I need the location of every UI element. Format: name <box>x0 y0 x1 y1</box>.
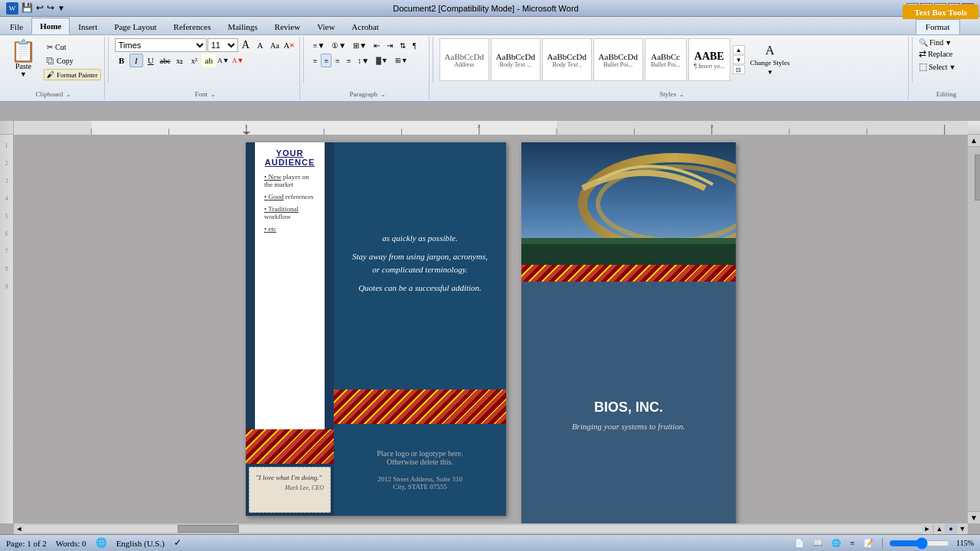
page2-company-area[interactable]: BIOS, INC. Bringing your systems to frui… <box>521 282 736 523</box>
page-right[interactable]: BIOS, INC. Bringing your systems to frui… <box>521 142 736 523</box>
text-color-dropdown[interactable]: A▼ <box>217 54 230 67</box>
subscript-button[interactable]: x₂ <box>173 54 187 67</box>
quick-access-dropdown[interactable]: ▼ <box>57 4 65 12</box>
quick-access-undo[interactable]: ↩ <box>36 2 44 14</box>
shrink-font-button[interactable]: A <box>253 38 267 52</box>
vertical-scrollbar[interactable]: ▲ ▼ <box>968 135 980 523</box>
multilevel-button[interactable]: ⊞▼ <box>350 38 370 52</box>
style-insert[interactable]: AABE ¶ Insert yo... <box>688 38 730 81</box>
styles-expand-icon[interactable]: ⌄ <box>679 91 684 98</box>
style-address[interactable]: AaBbCcDd Address <box>439 38 489 81</box>
page-left[interactable]: YOUR AUDIENCE • New player on the market… <box>246 142 506 516</box>
style-body-text2[interactable]: AaBbCcDd Body Text , <box>542 38 592 81</box>
select-button[interactable]: ⬚ Select ▼ <box>919 61 956 73</box>
hscroll-right-btn[interactable]: ► <box>922 523 933 534</box>
select-icon: ⬚ <box>919 61 927 73</box>
tab-mailings[interactable]: Mailings <box>219 18 266 34</box>
numbering-button[interactable]: ①▼ <box>328 38 349 52</box>
view-print-btn[interactable]: 📄 <box>792 538 807 548</box>
styles-scroll-down[interactable]: ▼ <box>733 55 745 64</box>
show-formatting-button[interactable]: ¶ <box>410 38 420 52</box>
col1-content[interactable]: YOUR AUDIENCE • New player on the market… <box>255 142 325 429</box>
tab-home[interactable]: Home <box>31 18 70 34</box>
style-bullet-point1[interactable]: AaBbCcDd Bullet Poi... <box>593 38 643 81</box>
scroll-down-btn[interactable]: ▼ <box>968 511 980 523</box>
select-dropdown[interactable]: ▼ <box>949 64 956 71</box>
borders-button[interactable]: ⊞▼ <box>392 54 411 67</box>
find-button[interactable]: 🔍 Find ▼ <box>919 38 956 47</box>
bullets-button[interactable]: ≡▼ <box>310 38 328 52</box>
zoom-slider[interactable] <box>889 539 950 548</box>
cut-button[interactable]: ✂ Cut <box>44 41 101 53</box>
font-expand-icon[interactable]: ⌄ <box>211 91 216 98</box>
change-styles-dropdown[interactable]: ▼ <box>767 69 773 76</box>
text-highlight-button[interactable]: ab <box>202 54 216 67</box>
justify-button[interactable]: ≡ <box>344 54 354 67</box>
decrease-indent-button[interactable]: ⇤ <box>371 38 383 52</box>
bold-button[interactable]: B <box>115 54 129 67</box>
grow-font-button[interactable]: A <box>239 38 253 52</box>
align-right-button[interactable]: ≡ <box>332 54 343 67</box>
increase-indent-button[interactable]: ⇥ <box>384 38 396 52</box>
tab-page-layout[interactable]: Page Layout <box>106 18 165 34</box>
view-full-read-btn[interactable]: 📖 <box>810 538 825 548</box>
hscroll-track[interactable] <box>24 525 922 533</box>
scroll-up-btn[interactable]: ▲ <box>968 135 980 147</box>
styles-scroll-up[interactable]: ▲ <box>733 45 745 54</box>
next-page-btn[interactable]: ▼ <box>957 523 968 534</box>
tab-insert[interactable]: Insert <box>70 18 106 34</box>
font-size-select[interactable]: 11 <box>207 38 238 52</box>
italic-button[interactable]: I <box>129 54 143 67</box>
paste-dropdown-icon[interactable]: ▼ <box>20 70 27 78</box>
col2-footer[interactable]: Place logo or logotype here.Otherwise de… <box>334 424 506 516</box>
style-body-text1[interactable]: AaBbCcDd Body Text ... <box>491 38 541 81</box>
paste-button[interactable]: 📋 Paste ▼ <box>6 38 41 80</box>
hscroll-thumb[interactable] <box>178 525 239 533</box>
styles-more[interactable]: ⊡ <box>733 65 745 74</box>
find-dropdown[interactable]: ▼ <box>945 39 952 47</box>
prev-page-btn[interactable]: ▲ <box>934 523 945 534</box>
line-spacing-button[interactable]: ↕▼ <box>354 54 372 67</box>
quick-access-save[interactable]: 💾 <box>21 2 33 14</box>
shading-button[interactable]: ▓▼ <box>373 54 390 67</box>
copy-button[interactable]: ⿻ Copy <box>44 55 101 67</box>
style-bullet-point2[interactable]: AaBbCc Bullet Poi... <box>645 38 687 81</box>
paragraph-expand-icon[interactable]: ⌄ <box>381 91 386 98</box>
scroll-thumb[interactable] <box>975 155 980 201</box>
font-name-select[interactable]: Times <box>115 38 207 52</box>
align-left-button[interactable]: ≡ <box>310 54 321 67</box>
view-web-btn[interactable]: 🌐 <box>828 538 844 548</box>
underline-button[interactable]: U <box>144 54 158 67</box>
tab-review[interactable]: Review <box>266 18 309 34</box>
clear-formatting-button[interactable]: A✕ <box>283 38 296 52</box>
tab-view[interactable]: View <box>309 18 343 34</box>
tab-acrobat[interactable]: Acrobat <box>343 18 387 34</box>
superscript-button[interactable]: x² <box>188 54 201 67</box>
font-color-button[interactable]: A▼ <box>231 54 245 67</box>
quick-access-redo[interactable]: ↪ <box>47 2 54 14</box>
strikethrough-button[interactable]: abc <box>158 54 172 67</box>
hscroll-left-btn[interactable]: ◄ <box>14 523 24 534</box>
language-icon: 🌐 <box>96 537 107 549</box>
sort-button[interactable]: ⇅ <box>397 38 409 52</box>
col1-quote-box[interactable]: "I love what I'm doing." Mark Lee, CEO <box>249 467 331 513</box>
language: English (U.S.) <box>116 539 165 548</box>
format-painter-button[interactable]: 🖌 Format Painter <box>44 69 101 80</box>
pages-container: YOUR AUDIENCE • New player on the market… <box>14 135 968 523</box>
clipboard-expand-icon[interactable]: ⌄ <box>66 91 71 98</box>
tab-format[interactable]: Format <box>916 19 960 34</box>
view-outline-btn[interactable]: ≡ <box>847 538 858 548</box>
align-center-button[interactable]: ≡ <box>321 54 332 67</box>
copy-icon: ⿻ <box>47 57 54 65</box>
horizontal-scrollbar[interactable]: ◄ ► ▲ ● ▼ <box>14 523 968 534</box>
change-case-button[interactable]: Aa <box>268 38 282 52</box>
separator-3 <box>433 37 433 83</box>
replace-button[interactable]: ⇄ Replace <box>919 48 956 60</box>
select-browse-btn[interactable]: ● <box>946 523 956 534</box>
change-styles-button[interactable]: A Change Styles ▼ <box>747 41 793 79</box>
view-draft-btn[interactable]: 📝 <box>861 538 876 548</box>
doc-scroll[interactable]: 123456789 YOUR AUDIENCE • New player on … <box>0 135 980 523</box>
col2-content[interactable]: as quickly as possible. Stay away from u… <box>334 142 506 390</box>
tab-file[interactable]: File <box>2 18 31 34</box>
tab-references[interactable]: References <box>165 18 220 34</box>
